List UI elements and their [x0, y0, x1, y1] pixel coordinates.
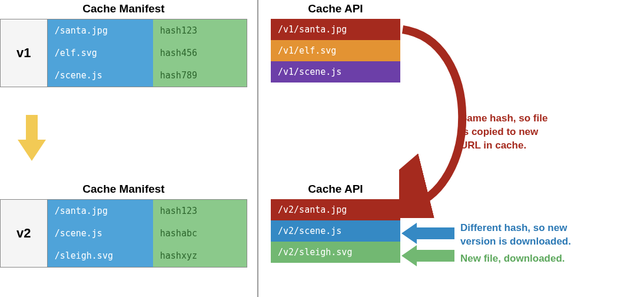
hash-cell: hash123	[153, 200, 247, 222]
cache-row: /v2/sleigh.svg	[271, 242, 400, 263]
hash-cell: hash789	[153, 64, 247, 87]
newfile-arrow-icon	[401, 245, 454, 271]
note-new-file: New file, downloaded.	[460, 252, 565, 266]
manifest-table-v1: v1 /santa.jpg /elf.svg /scene.js hash123…	[0, 19, 247, 87]
hash-col-v2: hash123 hashabc hashxyz	[153, 200, 247, 267]
cache-row: /v1/santa.jpg	[271, 19, 400, 40]
file-cell: /scene.js	[48, 222, 153, 245]
hash-col-v1: hash123 hash456 hash789	[153, 19, 247, 87]
version-label-v2: v2	[1, 200, 48, 267]
hash-cell: hashxyz	[153, 245, 247, 267]
file-cell: /santa.jpg	[48, 200, 153, 222]
cache-list-v1: /v1/santa.jpg /v1/elf.svg /v1/scene.js	[271, 19, 400, 82]
note-same-hash: Same hash, so file is copied to new URL …	[460, 112, 547, 153]
cache-row: /v2/santa.jpg	[271, 199, 400, 220]
cache-list-v2: /v2/santa.jpg /v2/scene.js /v2/sleigh.sv…	[271, 199, 400, 263]
down-arrow-icon	[18, 115, 46, 161]
hash-cell: hash456	[153, 42, 247, 64]
hash-cell: hash123	[153, 19, 247, 42]
file-col-v1: /santa.jpg /elf.svg /scene.js	[48, 19, 153, 87]
file-cell: /santa.jpg	[48, 19, 153, 42]
file-cell: /scene.js	[48, 64, 153, 87]
file-cell: /sleigh.svg	[48, 245, 153, 267]
cache-heading-v2: Cache API	[271, 183, 400, 196]
version-label-v1: v1	[1, 19, 48, 87]
file-col-v2: /santa.jpg /scene.js /sleigh.svg	[48, 200, 153, 267]
cache-row: /v1/elf.svg	[271, 40, 400, 61]
manifest-heading-v1: Cache Manifest	[0, 2, 247, 15]
manifest-heading-v2: Cache Manifest	[0, 183, 247, 196]
cache-heading-v1: Cache API	[271, 2, 400, 15]
note-diff-hash: Different hash, so new version is downlo…	[460, 222, 571, 249]
manifest-table-v2: v2 /santa.jpg /scene.js /sleigh.svg hash…	[0, 199, 247, 268]
hash-cell: hashabc	[153, 222, 247, 245]
download-arrow-icon	[401, 223, 454, 249]
vertical-divider	[257, 0, 258, 297]
cache-row: /v2/scene.js	[271, 220, 400, 242]
cache-row: /v1/scene.js	[271, 61, 400, 82]
file-cell: /elf.svg	[48, 42, 153, 64]
